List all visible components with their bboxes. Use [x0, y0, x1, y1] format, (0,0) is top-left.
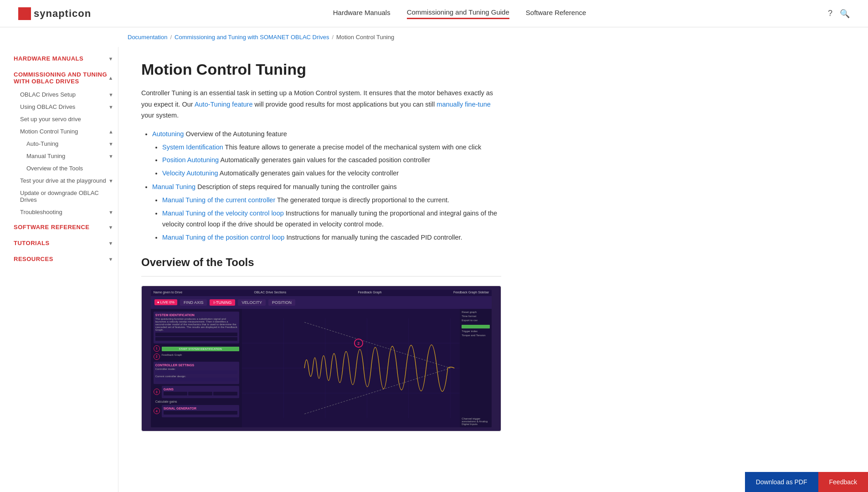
- svg-text:2: 2: [357, 341, 360, 345]
- nav-software-reference[interactable]: Software Reference: [526, 9, 586, 18]
- sidebar-item-servo-drive[interactable]: Set up your servo drive: [20, 113, 118, 125]
- feedback-button[interactable]: Feedback: [818, 472, 868, 492]
- manually-fine-tune-link[interactable]: manually fine-tune: [437, 101, 491, 108]
- breadcrumb-documentation[interactable]: Documentation: [128, 34, 167, 41]
- breadcrumb-sep-1: /: [170, 34, 172, 41]
- ss-ctrl-type-field: [155, 378, 237, 381]
- velocity-loop-link[interactable]: Manual Tuning of the velocity control lo…: [162, 210, 284, 217]
- manual-tuning-sublist: Manual Tuning of the current controller …: [152, 195, 501, 243]
- header: synapticon Hardware Manuals Commissionin…: [0, 0, 868, 27]
- sidebar-item-overview-tools[interactable]: Overview of the Tools: [26, 162, 118, 174]
- chevron-commissioning-icon: ▲: [108, 75, 113, 81]
- sidebar-item-troubleshooting[interactable]: Troubleshooting ▼: [20, 206, 118, 218]
- page-title: Motion Control Tuning: [141, 61, 501, 78]
- ss-sysid-panel: SYSTEM IDENTIFICATION The autotuning fun…: [154, 312, 239, 343]
- sidebar-header-software[interactable]: SOFTWARE REFERENCE ▼: [14, 220, 118, 234]
- ss-right-panel: 2 Reset graph Time format Export to csv …: [242, 309, 492, 427]
- list-item-system-id: System Identification This feature allow…: [162, 142, 501, 153]
- ss-sysid-desc: The autotuning function produces a subst…: [155, 318, 237, 331]
- autotuning-link[interactable]: Autotuning: [152, 130, 184, 138]
- ss-gain-i: [188, 392, 212, 395]
- chevron-resources-icon: ▼: [108, 256, 113, 262]
- ss-sidebar-bottom: Channel trigger annotations & Analog Dig…: [462, 417, 490, 425]
- position-loop-link[interactable]: Manual Tuning of the position control lo…: [162, 234, 284, 241]
- manual-tuning-link[interactable]: Manual Tuning: [152, 183, 195, 190]
- sidebar-item-oblac-setup[interactable]: OBLAC Drives Setup ▼: [20, 88, 118, 101]
- ss-gains-panel: GAINS: [162, 386, 239, 398]
- sidebar-item-playground[interactable]: Test your drive at the playground ▼: [20, 174, 118, 187]
- ss-sysid-field2: [155, 337, 237, 341]
- ss-left-panel: SYSTEM IDENTIFICATION The autotuning fun…: [151, 309, 242, 427]
- main-nav: Hardware Manuals Commissioning and Tunin…: [333, 8, 586, 19]
- ss-graph-sidebar: Reset graph Time format Export to csv Tr…: [460, 309, 492, 427]
- ss-tab-ituning: I-TUNING: [210, 299, 235, 306]
- ss-feedback-row: 2 Feedback Graph: [154, 354, 239, 360]
- intro-paragraph: Controller Tuning is an essential task i…: [141, 87, 501, 121]
- sidebar-header-tutorials[interactable]: TUTORIALS ▼: [14, 236, 118, 250]
- sidebar-header-commissioning[interactable]: COMMISSIONING AND TUNING WITH OBLAC DRIV…: [14, 67, 118, 88]
- ss-graph-svg: 2: [242, 309, 492, 427]
- chevron-hardware-icon: ▼: [108, 56, 113, 62]
- ss-ctrl-mode-field: [155, 370, 237, 374]
- section-title-overview: Overview of the Tools: [141, 256, 501, 269]
- position-autotuning-link[interactable]: Position Autotuning: [162, 156, 219, 164]
- nav-hardware-manuals[interactable]: Hardware Manuals: [333, 9, 390, 18]
- ss-sysid-title: SYSTEM IDENTIFICATION: [155, 313, 237, 317]
- chevron-using-oblac-icon: ▼: [108, 104, 113, 110]
- sidebar-item-autotuning[interactable]: Auto-Tuning ▼: [26, 138, 118, 150]
- search-icon[interactable]: 🔍: [840, 9, 850, 19]
- ss-circle-1: 1: [154, 345, 160, 352]
- ss-ctrl-mode-label: Controller mode:: [155, 368, 237, 370]
- system-id-link[interactable]: System Identification: [162, 144, 223, 151]
- ss-label-feedback: Feedback Graph: [358, 291, 382, 294]
- chevron-autotuning-icon: ▼: [108, 141, 113, 147]
- main-list: Autotuning Overview of the Autotuning fe…: [141, 128, 501, 243]
- sidebar-header-resources[interactable]: RESOURCES ▼: [14, 252, 118, 266]
- layout: HARDWARE MANUALS ▼ COMMISSIONING AND TUN…: [0, 47, 868, 492]
- ss-calc-label: Calculate gains: [154, 400, 239, 403]
- ss-trigger-bar: [462, 325, 490, 328]
- autotuning-sublist: System Identification This feature allow…: [152, 142, 501, 179]
- ss-sidebar-trigger: Trigger index: [462, 330, 490, 333]
- chevron-software-icon: ▼: [108, 225, 113, 230]
- sidebar-section-commissioning: COMMISSIONING AND TUNING WITH OBLAC DRIV…: [14, 67, 118, 218]
- current-controller-link[interactable]: Manual Tuning of the current controller: [162, 196, 275, 204]
- sidebar-item-motion-control[interactable]: Motion Control Tuning ▲: [20, 125, 118, 138]
- velocity-autotuning-link[interactable]: Velocity Autotuning: [162, 169, 218, 177]
- ss-label-sidebar: Feedback Graph Sidebar: [453, 291, 489, 294]
- breadcrumb-commissioning[interactable]: Commissioning and Tuning with SOMANET OB…: [175, 34, 329, 41]
- ss-circle-3: 3: [154, 389, 160, 395]
- ss-controller-title: CONTROLLER SETTINGS: [155, 364, 237, 367]
- sidebar-item-update[interactable]: Update or downgrade OBLAC Drives: [20, 187, 118, 206]
- ss-topbar: ● LIVE 0% FIND AXIS I-TUNING VELOCITY PO…: [151, 296, 492, 309]
- ss-siggen-field: [164, 411, 237, 415]
- footer-actions: Download as PDF Feedback: [745, 472, 868, 492]
- screenshot-container: Name given to Drive OBLAC Drive Sections…: [141, 286, 501, 431]
- ss-gains-row: 3 GAINS: [154, 386, 239, 398]
- chevron-manual-tuning-icon: ▼: [108, 154, 113, 159]
- ss-gains-grid: [164, 392, 237, 396]
- download-pdf-button[interactable]: Download as PDF: [745, 472, 818, 492]
- ss-start-btn[interactable]: START SYSTEM IDENTIFICATION: [162, 347, 239, 351]
- list-item-current-controller: Manual Tuning of the current controller …: [162, 195, 501, 206]
- help-icon[interactable]: ?: [828, 9, 832, 18]
- sidebar-section-tutorials: TUTORIALS ▼: [14, 236, 118, 250]
- sidebar-items-motion-control: Auto-Tuning ▼ Manual Tuning ▼ Overview o…: [20, 138, 118, 174]
- chevron-motion-control-icon: ▲: [108, 129, 113, 134]
- logo[interactable]: synapticon: [18, 7, 91, 20]
- sidebar-header-hardware[interactable]: HARDWARE MANUALS ▼: [14, 51, 118, 66]
- list-item-velocity-autotuning: Velocity Autotuning Automatically genera…: [162, 168, 501, 179]
- sidebar-item-manual-tuning[interactable]: Manual Tuning ▼: [26, 150, 118, 162]
- ss-ctrl-type-label: Current controller design:: [155, 375, 237, 378]
- sidebar-items-commissioning: OBLAC Drives Setup ▼ Using OBLAC Drives …: [14, 88, 118, 218]
- sidebar-section-software: SOFTWARE REFERENCE ▼: [14, 220, 118, 234]
- nav-commissioning[interactable]: Commissioning and Tuning Guide: [407, 8, 509, 19]
- ss-sidebar-label2: Time format: [462, 315, 490, 318]
- sidebar: HARDWARE MANUALS ▼ COMMISSIONING AND TUN…: [0, 47, 118, 492]
- autotuning-feature-link[interactable]: Auto-Tuning feature: [195, 101, 253, 108]
- chevron-playground-icon: ▼: [108, 178, 113, 184]
- ss-gain-d: [213, 392, 237, 395]
- sidebar-item-using-oblac[interactable]: Using OBLAC Drives ▼: [20, 101, 118, 113]
- ss-circle-4: 4: [154, 408, 160, 414]
- ss-sidebar-trigger2: Torque and Tension: [462, 334, 490, 337]
